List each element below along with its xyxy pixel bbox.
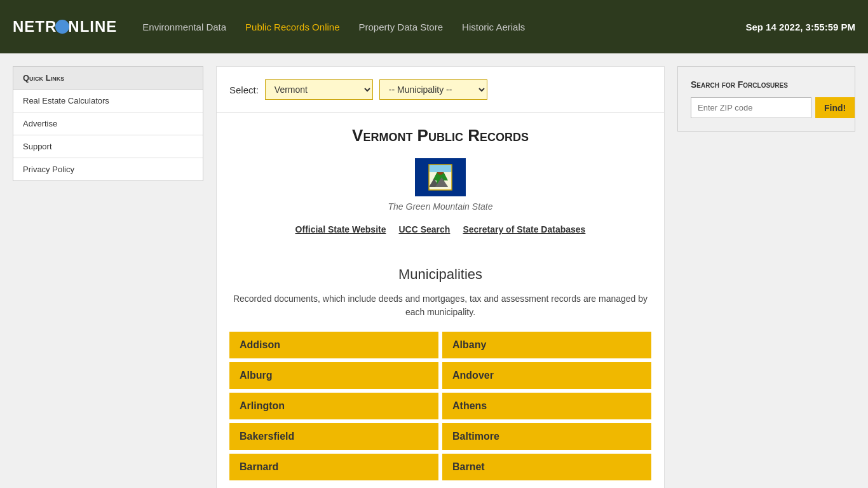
find-button[interactable]: Find! <box>815 97 855 118</box>
municipality-select[interactable]: -- Municipality -- <box>379 79 487 100</box>
nav-historic-aerials[interactable]: Historic Aerials <box>462 22 525 32</box>
foreclosure-box: Search for Forclosures Find! <box>677 66 855 132</box>
globe-icon <box>55 20 69 34</box>
municipality-item[interactable]: Alburg <box>229 362 438 389</box>
quick-links-box: Quick Links Real Estate Calculators Adve… <box>13 66 203 181</box>
state-links: Official State Website UCC Search Secret… <box>242 224 639 234</box>
state-title: Vermont Public Records <box>242 126 639 146</box>
logo[interactable]: NETRNLINE <box>13 18 117 36</box>
state-content: Vermont Public Records <box>217 113 664 266</box>
sidebar: Quick Links Real Estate Calculators Adve… <box>13 66 203 488</box>
header: NETRNLINE Environmental Data Public Reco… <box>0 0 868 53</box>
municipality-item[interactable]: Barnet <box>442 454 651 480</box>
nav-public-records[interactable]: Public Records Online <box>245 22 339 32</box>
municipalities-grid: AddisonAlbanyAlburgAndoverArlingtonAthen… <box>229 332 651 480</box>
municipality-item[interactable]: Albany <box>442 332 651 358</box>
quick-links-title: Quick Links <box>13 67 203 90</box>
municipality-item[interactable]: Barnard <box>229 454 438 480</box>
nav-environmental-data[interactable]: Environmental Data <box>142 22 226 32</box>
main-nav: Environmental Data Public Records Online… <box>142 22 745 32</box>
municipality-item[interactable]: Andover <box>442 362 651 389</box>
municipality-item[interactable]: Addison <box>229 332 438 358</box>
select-label: Select: <box>229 85 259 95</box>
sidebar-item-support[interactable]: Support <box>13 135 203 158</box>
sidebar-item-privacy-policy[interactable]: Privacy Policy <box>13 158 203 180</box>
secretary-of-state-link[interactable]: Secretary of State Databases <box>463 224 585 234</box>
foreclosure-title: Search for Forclosures <box>691 79 842 90</box>
municipality-item[interactable]: Bakersfield <box>229 423 438 450</box>
nav-property-data-store[interactable]: Property Data Store <box>358 22 443 32</box>
state-select[interactable]: Vermont <box>265 79 373 100</box>
sidebar-item-real-estate-calculators[interactable]: Real Estate Calculators <box>13 90 203 112</box>
municipalities-title: Municipalities <box>229 266 651 283</box>
right-sidebar: Search for Forclosures Find! <box>677 66 855 488</box>
state-nickname: The Green Mountain State <box>242 201 639 212</box>
municipality-item[interactable]: Baltimore <box>442 423 651 450</box>
svg-rect-6 <box>429 165 452 172</box>
main-container: Quick Links Real Estate Calculators Adve… <box>0 53 868 488</box>
municipality-item[interactable]: Arlington <box>229 393 438 419</box>
foreclosure-input-row: Find! <box>691 97 842 118</box>
municipalities-description: Recorded documents, which include deeds … <box>229 292 651 319</box>
municipality-item[interactable]: Athens <box>442 393 651 419</box>
datetime: Sep 14 2022, 3:55:59 PM <box>745 22 855 32</box>
main-content: Select: Vermont -- Municipality -- Vermo… <box>216 66 665 488</box>
select-bar: Select: Vermont -- Municipality -- <box>217 67 664 113</box>
municipalities-section: Municipalities Recorded documents, which… <box>217 266 664 488</box>
ucc-search-link[interactable]: UCC Search <box>398 224 450 234</box>
official-state-website-link[interactable]: Official State Website <box>295 224 386 234</box>
zip-input[interactable] <box>691 97 811 118</box>
sidebar-item-advertise[interactable]: Advertise <box>13 112 203 135</box>
state-flag <box>415 158 466 196</box>
